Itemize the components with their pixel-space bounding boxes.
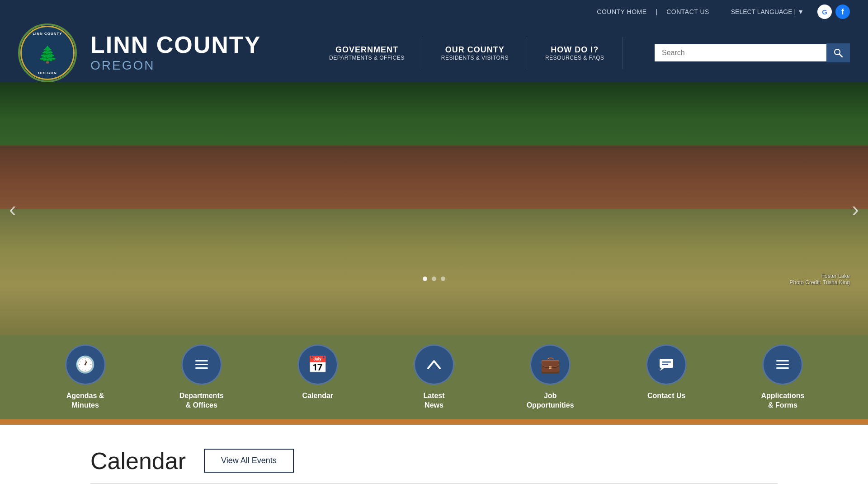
forms-icon [774,357,791,373]
svg-line-1 [840,54,842,57]
calendar-icon: 📅 [297,344,338,385]
applications-label: Applications& Forms [761,391,804,410]
svg-rect-9 [776,360,789,361]
svg-rect-10 [776,364,789,365]
calendar-title: Calendar [90,447,186,474]
nav-how-do-i[interactable]: HOW DO I? RESOURCES & FAQS [527,37,623,69]
latest-news-icon [414,344,454,385]
applications-icon [762,344,803,385]
latest-news-label: LatestNews [423,391,444,410]
departments-icon [181,344,222,385]
nav-our-county[interactable]: OUR COUNTY RESIDENTS & VISITORS [423,37,527,69]
site-title-block: LINN COUNTY OREGON [90,33,261,73]
site-subtitle: OREGON [90,58,261,73]
site-header: LINN COUNTY 🌲 OREGON LINN COUNTY OREGON … [0,23,868,82]
departments-label: Departments& Offices [179,391,224,410]
slide-dots [423,277,445,281]
main-nav: GOVERNMENT DEPARTMENTS & OFFICES OUR COU… [311,37,623,69]
contact-icon [646,344,687,385]
svg-rect-11 [776,367,789,369]
svg-rect-8 [662,364,668,365]
agendas-icon: 🕐 [65,344,106,385]
hero-section: ‹ › Foster Lake Photo Credit: Trisha Kin… [0,82,868,335]
select-language-label: SELECT LANGUAGE | [731,8,796,15]
svg-marker-6 [660,368,665,371]
site-title: LINN COUNTY [90,33,261,56]
nav-how-do-i-title: HOW DO I? [545,45,604,55]
svg-rect-2 [195,360,208,361]
contact-label: Contact Us [647,391,685,401]
hero-next-button[interactable]: › [852,197,859,221]
hero-prev-button[interactable]: ‹ [9,197,16,221]
search-box [655,43,850,62]
calendar-divider [90,483,778,484]
photo-credit-line1: Foster Lake [790,273,850,279]
svg-rect-4 [195,367,208,369]
language-arrow-icon: ▼ [797,8,804,15]
orange-stripe [0,419,868,425]
slide-dot-1[interactable] [423,277,427,281]
quick-links-bar: 🕐 Agendas &Minutes Departments& Offices … [0,335,868,419]
view-all-events-button[interactable]: View All Events [204,449,294,473]
top-bar-links: COUNTY HOME | CONTACT US SELECT LANGUAGE… [597,8,804,15]
quick-link-latest-news[interactable]: LatestNews [398,344,470,410]
select-language[interactable]: SELECT LANGUAGE | ▼ [731,8,804,15]
chevron-up-icon [426,357,442,373]
separator-1: | [656,8,658,15]
top-bar: COUNTY HOME | CONTACT US SELECT LANGUAGE… [0,0,868,23]
photo-credit: Foster Lake Photo Credit: Trisha King [790,273,850,286]
search-icon [834,48,843,57]
google-icon[interactable]: G [817,5,832,19]
social-icons: G f [817,5,850,19]
logo-inner: LINN COUNTY 🌲 OREGON [20,26,75,80]
menu-list-icon [193,357,210,373]
svg-rect-3 [195,364,208,365]
svg-rect-5 [660,359,673,368]
logo-text-bottom: OREGON [38,71,57,75]
hero-water [0,209,868,335]
search-input[interactable] [655,44,826,61]
calendar-label: Calendar [302,391,333,401]
site-logo[interactable]: LINN COUNTY 🌲 OREGON [18,23,77,82]
calendar-header: Calendar View All Events [90,447,778,474]
separator-2 [718,8,722,15]
logo-tree-icon: 🌲 [38,45,58,64]
jobs-label: JobOpportunities [527,391,574,410]
chat-icon [658,357,675,373]
quick-link-departments[interactable]: Departments& Offices [165,344,238,410]
nav-our-county-title: OUR COUNTY [441,45,509,55]
slide-dot-3[interactable] [441,277,445,281]
quick-link-jobs[interactable]: 💼 JobOpportunities [514,344,586,410]
contact-us-top-link[interactable]: CONTACT US [666,8,709,15]
nav-how-do-i-sub: RESOURCES & FAQS [545,55,604,61]
calendar-section: Calendar View All Events [0,425,868,488]
nav-government-sub: DEPARTMENTS & OFFICES [329,55,405,61]
slide-dot-2[interactable] [432,277,436,281]
photo-credit-line2: Photo Credit: Trisha King [790,279,850,286]
quick-link-contact[interactable]: Contact Us [630,344,703,410]
quick-link-calendar[interactable]: 📅 Calendar [282,344,354,410]
nav-government[interactable]: GOVERNMENT DEPARTMENTS & OFFICES [311,37,423,69]
county-home-link[interactable]: COUNTY HOME [597,8,646,15]
agendas-label: Agendas &Minutes [66,391,104,410]
svg-rect-7 [662,361,671,363]
jobs-icon: 💼 [530,344,571,385]
logo-text-top: LINN COUNTY [33,32,62,36]
facebook-icon[interactable]: f [835,5,850,19]
quick-link-applications[interactable]: Applications& Forms [746,344,819,410]
nav-government-title: GOVERNMENT [329,45,405,55]
nav-our-county-sub: RESIDENTS & VISITORS [441,55,509,61]
quick-link-agendas[interactable]: 🕐 Agendas &Minutes [49,344,122,410]
search-button[interactable] [826,43,850,62]
